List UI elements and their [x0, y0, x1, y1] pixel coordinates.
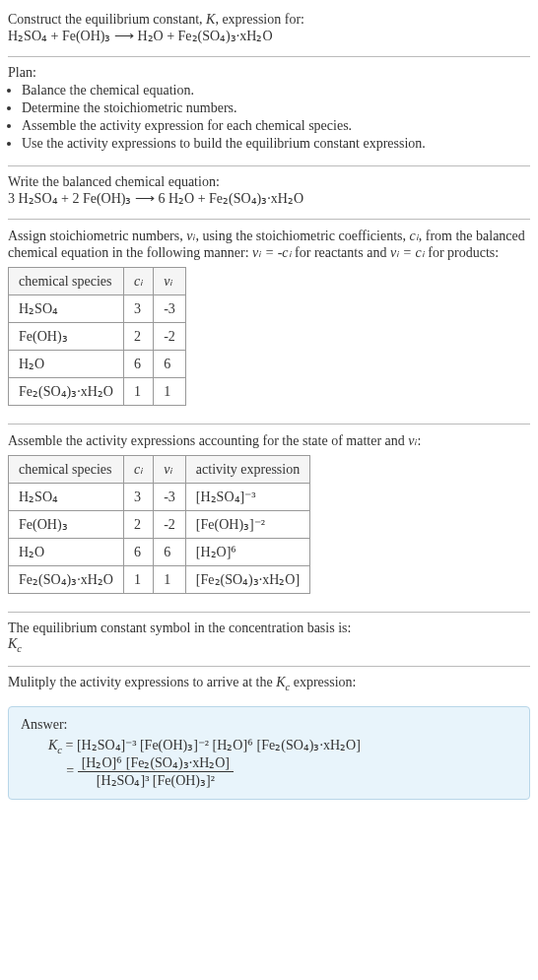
- intro-K: K: [206, 12, 215, 27]
- divider: [8, 666, 530, 667]
- cell-species: Fe₂(SO₄)₃·xH₂O: [9, 566, 124, 594]
- assemble-text: :: [418, 433, 422, 448]
- assemble-text: Assemble the activity expressions accoun…: [8, 433, 408, 448]
- answer-heading: Answer:: [21, 717, 517, 733]
- stoich-text: for reactants and: [292, 245, 390, 260]
- cell-activity: [Fe(OH)₃]⁻²: [185, 511, 309, 539]
- cell-ci: 3: [123, 484, 153, 511]
- stoich-ci: cᵢ: [410, 229, 419, 243]
- cell-nu: -2: [154, 323, 186, 351]
- cell-nu: 1: [154, 378, 186, 406]
- cell-ci: 1: [123, 378, 153, 406]
- answer-expression: Kc = [H₂SO₄]⁻³ [Fe(OH)₃]⁻² [H₂O]⁶ [Fe₂(S…: [21, 737, 517, 790]
- col-ci: cᵢ: [123, 456, 153, 484]
- cell-nu: -3: [154, 295, 186, 323]
- col-nu: νᵢ: [154, 268, 186, 295]
- cell-activity: [Fe₂(SO₄)₃·xH₂O]: [185, 566, 309, 594]
- table-row: Fe(OH)₃ 2 -2: [9, 323, 186, 351]
- cell-species: H₂O: [9, 351, 124, 378]
- plan-item: Assemble the activity expression for eac…: [22, 118, 530, 134]
- cell-ci: 2: [123, 511, 153, 539]
- table-header-row: chemical species cᵢ νᵢ activity expressi…: [9, 456, 310, 484]
- multiply-text: expression:: [290, 675, 356, 689]
- divider: [8, 56, 530, 57]
- cell-nu: -2: [154, 511, 186, 539]
- cell-species: H₂SO₄: [9, 484, 124, 511]
- cell-nu: -3: [154, 484, 186, 511]
- balanced-equation: 3 H₂SO₄ + 2 Fe(OH)₃ ⟶ 6 H₂O + Fe₂(SO₄)₃·…: [8, 191, 303, 206]
- cell-ci: 3: [123, 295, 153, 323]
- answer-fraction: [H₂O]⁶ [Fe₂(SO₄)₃·xH₂O] [H₂SO₄]³ [Fe(OH)…: [78, 754, 234, 789]
- activity-table: chemical species cᵢ νᵢ activity expressi…: [8, 455, 310, 594]
- plan-item: Use the activity expressions to build th…: [22, 136, 530, 152]
- stoich-rel-prod: νᵢ = cᵢ: [390, 245, 425, 260]
- table-row: Fe₂(SO₄)₃·xH₂O 1 1: [9, 378, 186, 406]
- assemble-section: Assemble the activity expressions accoun…: [8, 428, 530, 608]
- stoich-text: Assign stoichiometric numbers,: [8, 229, 186, 243]
- divider: [8, 165, 530, 166]
- kc-intro-section: The equilibrium constant symbol in the c…: [8, 617, 530, 662]
- kc-symbol: Kc: [8, 636, 22, 651]
- balanced-section: Write the balanced chemical equation: 3 …: [8, 170, 530, 215]
- cell-species: Fe(OH)₃: [9, 511, 124, 539]
- cell-ci: 6: [123, 351, 153, 378]
- divider: [8, 612, 530, 613]
- cell-ci: 2: [123, 323, 153, 351]
- table-row: Fe(OH)₃ 2 -2 [Fe(OH)₃]⁻²: [9, 511, 310, 539]
- table-row: H₂SO₄ 3 -3: [9, 295, 186, 323]
- intro-text-b: , expression for:: [215, 12, 304, 27]
- answer-kc: Kc: [48, 738, 62, 752]
- cell-activity: [H₂SO₄]⁻³: [185, 484, 309, 511]
- cell-species: Fe₂(SO₄)₃·xH₂O: [9, 378, 124, 406]
- col-species: chemical species: [9, 456, 124, 484]
- divider: [8, 219, 530, 220]
- cell-ci: 1: [123, 566, 153, 594]
- cell-species: Fe(OH)₃: [9, 323, 124, 351]
- stoich-table: chemical species cᵢ νᵢ H₂SO₄ 3 -3 Fe(OH)…: [8, 267, 186, 406]
- divider: [8, 424, 530, 425]
- cell-activity: [H₂O]⁶: [185, 539, 309, 566]
- plan-list: Balance the chemical equation. Determine…: [8, 83, 530, 152]
- table-row: H₂SO₄ 3 -3 [H₂SO₄]⁻³: [9, 484, 310, 511]
- answer-eq: =: [62, 738, 77, 752]
- col-species: chemical species: [9, 268, 124, 295]
- table-header-row: chemical species cᵢ νᵢ: [9, 268, 186, 295]
- stoich-rel-react: νᵢ = -cᵢ: [252, 245, 292, 260]
- stoich-text: for products:: [425, 245, 499, 260]
- balanced-heading: Write the balanced chemical equation:: [8, 174, 530, 190]
- col-nu: νᵢ: [154, 456, 186, 484]
- kc-intro-text: The equilibrium constant symbol in the c…: [8, 621, 530, 636]
- cell-species: H₂SO₄: [9, 295, 124, 323]
- table-row: Fe₂(SO₄)₃·xH₂O 1 1 [Fe₂(SO₄)₃·xH₂O]: [9, 566, 310, 594]
- cell-ci: 6: [123, 539, 153, 566]
- col-activity: activity expression: [185, 456, 309, 484]
- plan-section: Plan: Balance the chemical equation. Det…: [8, 61, 530, 162]
- unbalanced-equation: H₂SO₄ + Fe(OH)₃ ⟶ H₂O + Fe₂(SO₄)₃·xH₂O: [8, 29, 273, 43]
- answer-eq2: =: [63, 763, 78, 778]
- multiply-section: Mulitply the activity expressions to arr…: [8, 671, 530, 700]
- plan-item: Determine the stoichiometric numbers.: [22, 100, 530, 116]
- cell-nu: 6: [154, 539, 186, 566]
- table-row: H₂O 6 6: [9, 351, 186, 378]
- cell-nu: 6: [154, 351, 186, 378]
- intro-section: Construct the equilibrium constant, K, e…: [8, 8, 530, 52]
- plan-item: Balance the chemical equation.: [22, 83, 530, 98]
- plan-heading: Plan:: [8, 65, 530, 81]
- intro-text: Construct the equilibrium constant,: [8, 12, 206, 27]
- answer-box: Answer: Kc = [H₂SO₄]⁻³ [Fe(OH)₃]⁻² [H₂O]…: [8, 706, 530, 801]
- cell-nu: 1: [154, 566, 186, 594]
- answer-line1: [H₂SO₄]⁻³ [Fe(OH)₃]⁻² [H₂O]⁶ [Fe₂(SO₄)₃·…: [77, 738, 361, 752]
- cell-species: H₂O: [9, 539, 124, 566]
- table-row: H₂O 6 6 [H₂O]⁶: [9, 539, 310, 566]
- multiply-text: Mulitply the activity expressions to arr…: [8, 675, 276, 689]
- stoich-text: , using the stoichiometric coefficients,: [195, 229, 409, 243]
- stoich-section: Assign stoichiometric numbers, νᵢ, using…: [8, 224, 530, 420]
- col-ci: cᵢ: [123, 268, 153, 295]
- answer-denominator: [H₂SO₄]³ [Fe(OH)₃]²: [78, 772, 234, 789]
- multiply-kc: Kc: [276, 675, 290, 689]
- answer-numerator: [H₂O]⁶ [Fe₂(SO₄)₃·xH₂O]: [78, 754, 234, 772]
- assemble-nu: νᵢ: [408, 433, 417, 448]
